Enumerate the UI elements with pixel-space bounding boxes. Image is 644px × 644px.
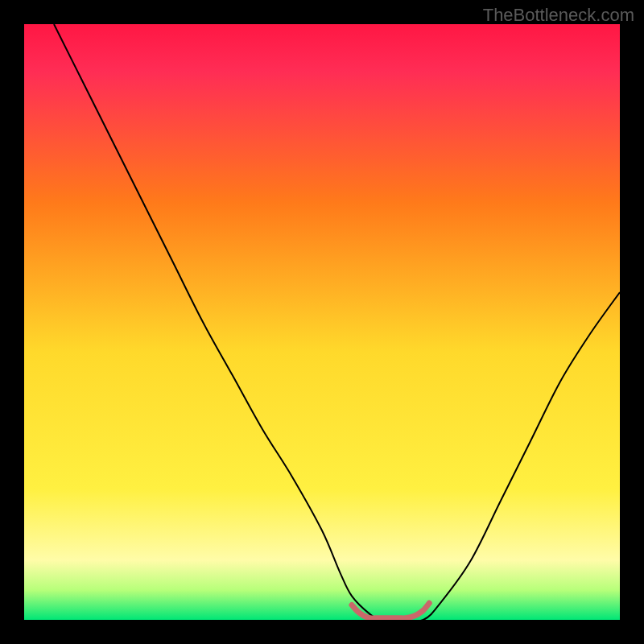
chart-svg [24,24,620,620]
chart-frame [24,24,620,620]
watermark-text: TheBottleneck.com [483,5,634,26]
chart-plot-area [24,24,620,620]
